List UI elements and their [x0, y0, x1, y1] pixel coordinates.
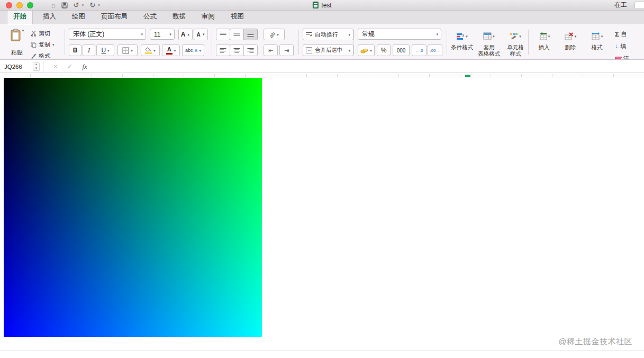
clear-button[interactable]: 清 — [615, 53, 629, 59]
increase-indent-button[interactable]: ⇥ — [279, 44, 294, 56]
undo-chevron-icon[interactable]: ▾ — [82, 3, 84, 7]
alignment-group: ab ▾ ⇤ ⇥ — [215, 25, 295, 59]
italic-button[interactable]: I — [83, 44, 95, 56]
align-right-button[interactable] — [243, 44, 258, 56]
paste-chevron-icon: ▾ — [22, 29, 24, 32]
chevron-down-icon: ▾ — [370, 49, 372, 52]
toolbar-options-chevron-icon[interactable]: ▾ — [98, 3, 100, 7]
chevron-down-icon: ▾ — [519, 34, 521, 38]
shrink-font-button[interactable]: A ▼ — [194, 29, 208, 40]
tab-formulas[interactable]: 公式 — [138, 10, 162, 24]
fill-color-button[interactable]: ▾ — [141, 44, 160, 56]
merge-center-button[interactable]: ↔ 合并后居中 ▾ — [303, 44, 353, 56]
tab-page-layout[interactable]: 页面布局 — [95, 10, 133, 24]
borders-button[interactable]: ▾ — [117, 44, 138, 56]
fill-button[interactable]: ↓ 填 — [615, 41, 626, 51]
chevron-down-icon: ▾ — [348, 49, 350, 52]
column-headers-strip[interactable] — [0, 74, 644, 77]
shrink-font-letter: A — [196, 32, 200, 38]
insert-cells-label: 插入 — [539, 44, 550, 50]
underline-button[interactable]: U ▾ — [96, 44, 114, 56]
wrap-text-button[interactable]: 自动换行 ▾ — [303, 29, 353, 40]
fill-color-bar — [145, 52, 152, 54]
window-controls — [6, 2, 33, 8]
chevron-down-icon: ▾ — [107, 49, 110, 52]
worksheet-canvas[interactable]: @稀土掘金技术社区 — [0, 78, 644, 358]
name-box[interactable]: JQ266 — [0, 60, 33, 73]
zoom-window-button[interactable] — [27, 2, 33, 8]
enter-entry-icon[interactable]: ✓ — [67, 62, 73, 70]
formula-input[interactable] — [92, 60, 644, 73]
font-color-button[interactable]: A ▾ — [162, 44, 180, 56]
tab-insert[interactable]: 插入 — [37, 10, 62, 24]
conditional-formatting-button[interactable]: ▾ 条件格式 — [450, 30, 474, 50]
format-as-table-icon — [483, 32, 492, 40]
format-cells-button[interactable]: ▾ 格式 — [584, 30, 610, 50]
home-icon[interactable]: ⌂ — [51, 1, 56, 9]
cell-styles-button[interactable]: ▾ 单元格 样式 — [504, 30, 527, 57]
delete-cells-label: 删除 — [565, 44, 576, 50]
align-bottom-button[interactable] — [243, 29, 258, 40]
tab-draw[interactable]: 绘图 — [66, 10, 91, 24]
fill-down-icon: ↓ — [615, 42, 618, 50]
percent-style-button[interactable]: % — [377, 44, 391, 56]
bold-button[interactable]: B — [69, 44, 81, 56]
insert-function-button[interactable]: fx — [83, 62, 87, 71]
font-size-select[interactable]: 11 ▾ — [150, 29, 175, 40]
cell-styles-label-line1: 单元格 — [507, 44, 524, 50]
align-left-icon — [220, 48, 226, 53]
stepper-down-icon: ▼ — [35, 67, 38, 70]
copy-button[interactable]: 复制 ▾ — [31, 40, 55, 49]
autosum-label: 自 — [621, 30, 627, 38]
align-center-icon — [233, 48, 240, 53]
align-right-icon — [247, 48, 254, 53]
format-as-table-label-line1: 套用 — [484, 44, 495, 50]
save-icon[interactable] — [61, 2, 68, 8]
sigma-icon: Σ — [615, 30, 619, 38]
increase-decimal-button[interactable]: ←.0 — [412, 44, 427, 56]
comma-style-button[interactable]: 000 — [393, 44, 410, 56]
copy-icon — [31, 42, 37, 48]
scissors-icon — [31, 31, 37, 37]
undo-icon[interactable]: ↺ — [74, 1, 79, 9]
decrease-decimal-icon: .00→ — [430, 48, 440, 53]
font-family-select[interactable]: 宋体 (正文) ▾ — [69, 29, 146, 40]
align-left-button[interactable] — [216, 44, 230, 56]
grow-font-button[interactable]: A ▲ — [178, 29, 193, 40]
minimize-window-button[interactable] — [16, 2, 23, 8]
insert-cells-button[interactable]: ▾ 插入 — [531, 30, 557, 50]
delete-cells-button[interactable]: ▾ 删除 — [558, 30, 583, 50]
format-painter-button[interactable]: 格式 — [31, 51, 50, 60]
phonetic-guide-button[interactable]: abc A ▾ — [182, 44, 204, 56]
paste-label: 粘贴 — [11, 49, 23, 57]
number-format-select[interactable]: 常规 ▾ — [358, 29, 441, 40]
bottom-divider — [0, 350, 644, 351]
number-group: 常规 ▾ ▾ % 000 ←.0 .00→ — [357, 25, 445, 59]
paste-button[interactable]: ▾ 粘贴 — [7, 28, 26, 58]
align-middle-button[interactable] — [230, 29, 244, 40]
close-window-button[interactable] — [6, 2, 12, 8]
decrease-decimal-button[interactable]: .00→ — [428, 44, 442, 56]
tab-view[interactable]: 视图 — [225, 10, 250, 24]
titlebar-right-text: 在工 — [614, 1, 627, 10]
name-box-stepper[interactable]: ▲ ▼ — [33, 62, 40, 71]
cut-button[interactable]: 剪切 — [31, 29, 50, 38]
text-orientation-button[interactable]: ab ▾ — [264, 29, 285, 40]
fill-label: 填 — [620, 42, 626, 50]
clipboard-group: ▾ 粘贴 剪切 复制 ▾ 格式 — [3, 25, 64, 59]
accounting-format-button[interactable]: ▾ — [358, 44, 375, 56]
cut-label: 剪切 — [39, 30, 50, 38]
format-as-table-button[interactable]: ▾ 套用 表格格式 — [475, 30, 503, 57]
align-top-button[interactable] — [216, 29, 230, 40]
phonetic-label: abc — [185, 48, 193, 53]
autosum-button[interactable]: Σ 自 — [615, 29, 627, 39]
tab-data[interactable]: 数据 — [167, 10, 192, 24]
decrease-indent-button[interactable]: ⇤ — [264, 44, 278, 56]
tab-review[interactable]: 审阅 — [196, 10, 221, 24]
titlebar-right-button[interactable] — [634, 2, 644, 9]
redo-icon[interactable]: ↻ — [89, 1, 95, 9]
cancel-entry-icon[interactable]: × — [53, 62, 58, 70]
align-center-button[interactable] — [230, 44, 244, 56]
tab-home[interactable]: 开始 — [7, 10, 33, 24]
gradient-image[interactable] — [4, 78, 262, 337]
